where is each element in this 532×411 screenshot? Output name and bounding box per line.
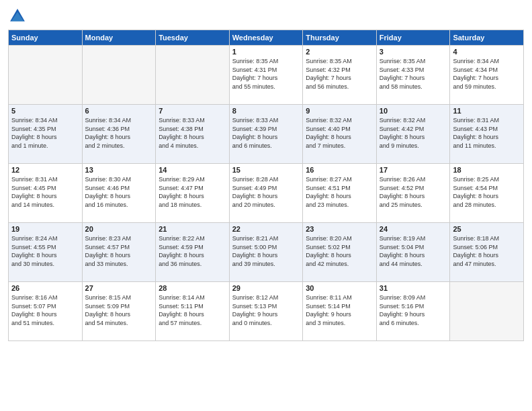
- calendar-day-cell: 3Sunrise: 8:35 AM Sunset: 4:33 PM Daylig…: [376, 46, 450, 105]
- day-info: Sunrise: 8:24 AM Sunset: 4:55 PM Dayligh…: [11, 234, 79, 268]
- calendar-header-row: SundayMondayTuesdayWednesdayThursdayFrid…: [9, 30, 524, 46]
- day-header-monday: Monday: [82, 30, 156, 46]
- day-number: 1: [232, 48, 300, 56]
- day-info: Sunrise: 8:32 AM Sunset: 4:40 PM Dayligh…: [306, 116, 373, 150]
- day-info: Sunrise: 8:09 AM Sunset: 5:16 PM Dayligh…: [380, 293, 447, 327]
- calendar-day-cell: 7Sunrise: 8:33 AM Sunset: 4:38 PM Daylig…: [156, 105, 230, 164]
- day-number: 14: [159, 166, 226, 174]
- day-number: 23: [306, 225, 373, 233]
- calendar: SundayMondayTuesdayWednesdayThursdayFrid…: [8, 30, 524, 341]
- day-info: Sunrise: 8:32 AM Sunset: 4:42 PM Dayligh…: [380, 116, 447, 150]
- day-number: 26: [11, 284, 79, 292]
- day-header-friday: Friday: [376, 30, 450, 46]
- calendar-day-cell: 21Sunrise: 8:22 AM Sunset: 4:59 PM Dayli…: [156, 223, 230, 282]
- calendar-day-cell: 14Sunrise: 8:29 AM Sunset: 4:47 PM Dayli…: [156, 164, 230, 223]
- day-number: 19: [11, 225, 79, 233]
- logo-icon: [8, 7, 27, 26]
- day-number: 24: [380, 225, 447, 233]
- calendar-day-cell: 16Sunrise: 8:27 AM Sunset: 4:51 PM Dayli…: [303, 164, 377, 223]
- calendar-day-cell: 6Sunrise: 8:34 AM Sunset: 4:36 PM Daylig…: [82, 105, 156, 164]
- day-number: 31: [380, 284, 447, 292]
- day-header-wednesday: Wednesday: [229, 30, 303, 46]
- day-info: Sunrise: 8:12 AM Sunset: 5:13 PM Dayligh…: [232, 293, 300, 327]
- calendar-day-cell: [9, 46, 83, 105]
- day-info: Sunrise: 8:18 AM Sunset: 5:06 PM Dayligh…: [453, 234, 521, 268]
- calendar-day-cell: 22Sunrise: 8:21 AM Sunset: 5:00 PM Dayli…: [229, 223, 303, 282]
- day-number: 20: [85, 225, 153, 233]
- page: SundayMondayTuesdayWednesdayThursdayFrid…: [0, 0, 532, 411]
- day-number: 7: [159, 107, 226, 115]
- calendar-day-cell: 1Sunrise: 8:35 AM Sunset: 4:31 PM Daylig…: [229, 46, 303, 105]
- day-header-thursday: Thursday: [303, 30, 377, 46]
- day-info: Sunrise: 8:27 AM Sunset: 4:51 PM Dayligh…: [306, 175, 373, 209]
- calendar-day-cell: 10Sunrise: 8:32 AM Sunset: 4:42 PM Dayli…: [376, 105, 450, 164]
- calendar-day-cell: 20Sunrise: 8:23 AM Sunset: 4:57 PM Dayli…: [82, 223, 156, 282]
- day-number: 25: [453, 225, 521, 233]
- day-number: 29: [232, 284, 300, 292]
- calendar-day-cell: 5Sunrise: 8:34 AM Sunset: 4:35 PM Daylig…: [9, 105, 83, 164]
- calendar-day-cell: 23Sunrise: 8:20 AM Sunset: 5:02 PM Dayli…: [303, 223, 377, 282]
- calendar-day-cell: 2Sunrise: 8:35 AM Sunset: 4:32 PM Daylig…: [303, 46, 377, 105]
- day-info: Sunrise: 8:20 AM Sunset: 5:02 PM Dayligh…: [306, 234, 373, 268]
- day-number: 11: [453, 107, 521, 115]
- day-number: 30: [306, 284, 373, 292]
- calendar-day-cell: 29Sunrise: 8:12 AM Sunset: 5:13 PM Dayli…: [229, 282, 303, 341]
- day-info: Sunrise: 8:34 AM Sunset: 4:35 PM Dayligh…: [11, 116, 79, 150]
- day-info: Sunrise: 8:33 AM Sunset: 4:39 PM Dayligh…: [232, 116, 300, 150]
- day-number: 5: [11, 107, 79, 115]
- day-number: 18: [453, 166, 521, 174]
- day-info: Sunrise: 8:23 AM Sunset: 4:57 PM Dayligh…: [85, 234, 153, 268]
- calendar-day-cell: [82, 46, 156, 105]
- day-number: 3: [380, 48, 447, 56]
- day-info: Sunrise: 8:26 AM Sunset: 4:52 PM Dayligh…: [380, 175, 447, 209]
- day-header-tuesday: Tuesday: [156, 30, 230, 46]
- day-info: Sunrise: 8:34 AM Sunset: 4:34 PM Dayligh…: [453, 57, 521, 91]
- day-info: Sunrise: 8:19 AM Sunset: 5:04 PM Dayligh…: [380, 234, 447, 268]
- calendar-day-cell: 17Sunrise: 8:26 AM Sunset: 4:52 PM Dayli…: [376, 164, 450, 223]
- calendar-day-cell: 11Sunrise: 8:31 AM Sunset: 4:43 PM Dayli…: [450, 105, 524, 164]
- calendar-day-cell: 12Sunrise: 8:31 AM Sunset: 4:45 PM Dayli…: [9, 164, 83, 223]
- day-info: Sunrise: 8:21 AM Sunset: 5:00 PM Dayligh…: [232, 234, 300, 268]
- calendar-day-cell: 31Sunrise: 8:09 AM Sunset: 5:16 PM Dayli…: [376, 282, 450, 341]
- day-number: 10: [380, 107, 447, 115]
- day-number: 22: [232, 225, 300, 233]
- calendar-day-cell: 28Sunrise: 8:14 AM Sunset: 5:11 PM Dayli…: [156, 282, 230, 341]
- day-number: 28: [159, 284, 226, 292]
- calendar-day-cell: 26Sunrise: 8:16 AM Sunset: 5:07 PM Dayli…: [9, 282, 83, 341]
- calendar-day-cell: 30Sunrise: 8:11 AM Sunset: 5:14 PM Dayli…: [303, 282, 377, 341]
- day-number: 17: [380, 166, 447, 174]
- day-number: 4: [453, 48, 521, 56]
- day-number: 15: [232, 166, 300, 174]
- calendar-day-cell: 13Sunrise: 8:30 AM Sunset: 4:46 PM Dayli…: [82, 164, 156, 223]
- day-info: Sunrise: 8:31 AM Sunset: 4:43 PM Dayligh…: [453, 116, 521, 150]
- calendar-day-cell: 25Sunrise: 8:18 AM Sunset: 5:06 PM Dayli…: [450, 223, 524, 282]
- day-info: Sunrise: 8:14 AM Sunset: 5:11 PM Dayligh…: [159, 293, 226, 327]
- calendar-day-cell: 19Sunrise: 8:24 AM Sunset: 4:55 PM Dayli…: [9, 223, 83, 282]
- day-info: Sunrise: 8:34 AM Sunset: 4:36 PM Dayligh…: [85, 116, 153, 150]
- day-header-saturday: Saturday: [450, 30, 524, 46]
- calendar-day-cell: 24Sunrise: 8:19 AM Sunset: 5:04 PM Dayli…: [376, 223, 450, 282]
- calendar-day-cell: 15Sunrise: 8:28 AM Sunset: 4:49 PM Dayli…: [229, 164, 303, 223]
- calendar-day-cell: [450, 282, 524, 341]
- calendar-day-cell: 4Sunrise: 8:34 AM Sunset: 4:34 PM Daylig…: [450, 46, 524, 105]
- calendar-day-cell: 27Sunrise: 8:15 AM Sunset: 5:09 PM Dayli…: [82, 282, 156, 341]
- day-info: Sunrise: 8:15 AM Sunset: 5:09 PM Dayligh…: [85, 293, 153, 327]
- day-info: Sunrise: 8:16 AM Sunset: 5:07 PM Dayligh…: [11, 293, 79, 327]
- day-number: 12: [11, 166, 79, 174]
- day-info: Sunrise: 8:30 AM Sunset: 4:46 PM Dayligh…: [85, 175, 153, 209]
- calendar-day-cell: 8Sunrise: 8:33 AM Sunset: 4:39 PM Daylig…: [229, 105, 303, 164]
- day-info: Sunrise: 8:22 AM Sunset: 4:59 PM Dayligh…: [159, 234, 226, 268]
- day-info: Sunrise: 8:33 AM Sunset: 4:38 PM Dayligh…: [159, 116, 226, 150]
- calendar-day-cell: 18Sunrise: 8:25 AM Sunset: 4:54 PM Dayli…: [450, 164, 524, 223]
- calendar-week-row: 12Sunrise: 8:31 AM Sunset: 4:45 PM Dayli…: [9, 164, 524, 223]
- calendar-day-cell: [156, 46, 230, 105]
- day-number: 6: [85, 107, 153, 115]
- day-number: 2: [306, 48, 373, 56]
- day-number: 9: [306, 107, 373, 115]
- day-number: 8: [232, 107, 300, 115]
- day-info: Sunrise: 8:28 AM Sunset: 4:49 PM Dayligh…: [232, 175, 300, 209]
- day-info: Sunrise: 8:29 AM Sunset: 4:47 PM Dayligh…: [159, 175, 226, 209]
- calendar-week-row: 26Sunrise: 8:16 AM Sunset: 5:07 PM Dayli…: [9, 282, 524, 341]
- day-info: Sunrise: 8:35 AM Sunset: 4:33 PM Dayligh…: [380, 57, 447, 91]
- calendar-day-cell: 9Sunrise: 8:32 AM Sunset: 4:40 PM Daylig…: [303, 105, 377, 164]
